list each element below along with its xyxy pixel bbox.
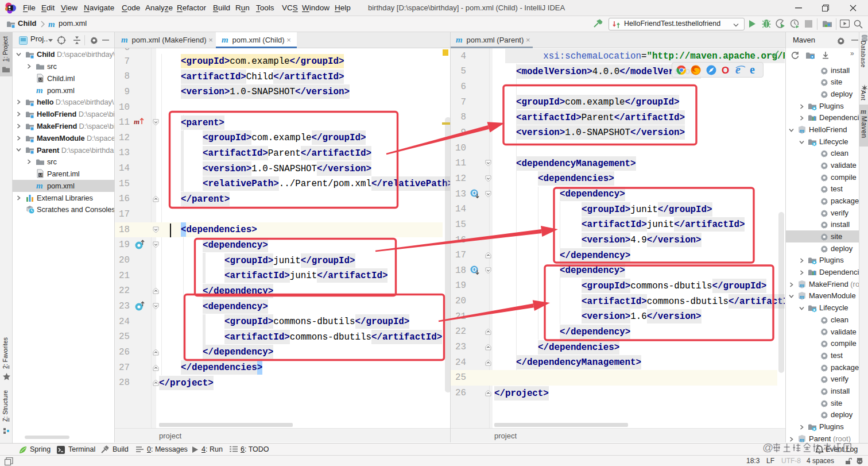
svg-text:O: O (722, 65, 729, 76)
svg-text:@: @ (762, 442, 773, 453)
svg-text:O: O (472, 190, 476, 197)
svg-text:m: m (456, 35, 463, 44)
svg-text:m: m (36, 86, 43, 95)
svg-text:e: e (735, 63, 741, 76)
svg-text:IJ: IJ (39, 173, 42, 177)
svg-text:m: m (800, 293, 805, 300)
svg-text:m: m (36, 181, 43, 190)
svg-text:m: m (800, 126, 805, 133)
svg-text:m: m (800, 281, 805, 288)
svg-text:O: O (472, 267, 476, 273)
svg-text:e: e (750, 63, 755, 76)
svg-text:m: m (861, 107, 866, 115)
svg-text:m: m (48, 20, 55, 29)
svg-text:m: m (800, 436, 805, 442)
svg-text:IJ: IJ (39, 78, 42, 82)
svg-text:m: m (121, 35, 128, 44)
svg-text:m: m (222, 35, 228, 44)
svg-text:m: m (134, 117, 140, 126)
